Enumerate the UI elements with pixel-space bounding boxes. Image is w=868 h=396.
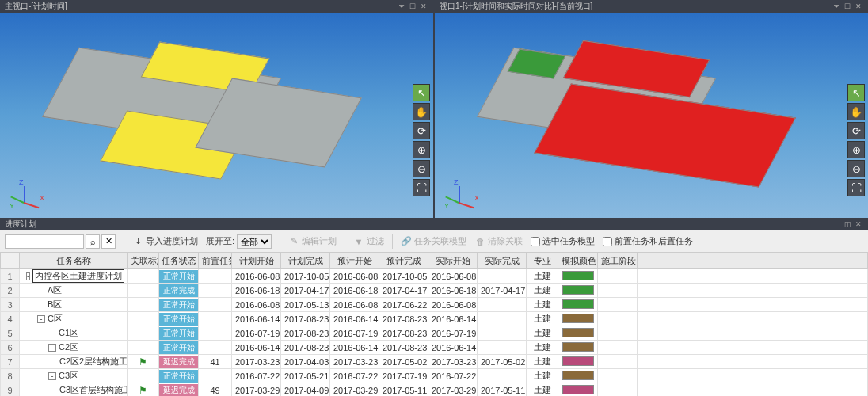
col-plan-end[interactable]: 计划完成 bbox=[281, 253, 330, 269]
maximize-icon[interactable]: ☐ bbox=[843, 2, 852, 11]
viewport-right-titlebar: 视口1-[计划时间和实际时间对比]-[当前视口] ⏷ ☐ ✕ bbox=[435, 0, 868, 13]
col-act-start[interactable]: 实际开始 bbox=[428, 253, 478, 269]
table-row[interactable]: 8-C3区正常开始2016-07-222017-05-212016-07-222… bbox=[1, 369, 868, 383]
sim-color-swatch bbox=[562, 371, 594, 380]
pan-tool[interactable]: ✋ bbox=[847, 103, 865, 120]
sim-color-swatch bbox=[562, 356, 594, 366]
table-row[interactable]: 9C3区首层结构施工⚑延迟完成492017-03-292017-04-09201… bbox=[1, 383, 868, 397]
fit-tool[interactable]: ⛶ bbox=[413, 179, 430, 196]
viewport-left-titlebar: 主视口-[计划时间] ⏷ ☐ ✕ bbox=[0, 0, 433, 13]
tree-toggle[interactable]: - bbox=[48, 344, 56, 352]
search-clear-button[interactable]: ✕ bbox=[101, 234, 116, 249]
select-model-checkbox[interactable]: 选中任务模型 bbox=[531, 235, 595, 247]
orbit-tool[interactable]: ⟳ bbox=[413, 122, 430, 139]
task-name-cell[interactable]: B区 bbox=[20, 298, 128, 312]
schedule-grid[interactable]: 任务名称 关联标志 任务状态 前置任务 计划开始 计划完成 预计开始 预计完成 … bbox=[0, 253, 868, 396]
col-color[interactable]: 模拟颜色 bbox=[558, 253, 598, 269]
col-pred-start[interactable]: 预计开始 bbox=[330, 253, 379, 269]
orbit-tool[interactable]: ⟳ bbox=[847, 122, 865, 139]
tree-toggle[interactable]: - bbox=[26, 272, 30, 280]
zoom-out-tool[interactable]: ⊖ bbox=[413, 160, 430, 177]
panel-close-icon[interactable]: ✕ bbox=[854, 219, 863, 229]
sim-color-swatch bbox=[562, 314, 594, 323]
col-name[interactable]: 任务名称 bbox=[20, 253, 128, 269]
task-name-cell[interactable]: C2区2层结构施工 bbox=[20, 355, 128, 369]
panel-pin-icon[interactable]: ◫ bbox=[843, 219, 852, 229]
viewport-right-toolbar: ↖ ✋ ⟳ ⊕ ⊖ ⛶ bbox=[847, 84, 865, 196]
viewport-left: 主视口-[计划时间] ⏷ ☐ ✕ Z X Y ↖ ✋ ⟳ bbox=[0, 0, 433, 218]
close-icon[interactable]: ✕ bbox=[419, 2, 428, 11]
tree-toggle[interactable]: - bbox=[48, 372, 56, 380]
model-building bbox=[487, 50, 799, 177]
task-name-cell[interactable]: -C3区 bbox=[20, 369, 128, 383]
col-status[interactable]: 任务状态 bbox=[159, 253, 199, 269]
search-input[interactable] bbox=[5, 234, 84, 249]
pin-icon[interactable]: ⏷ bbox=[832, 2, 841, 11]
import-schedule-button[interactable]: ↧ 导入进度计划 bbox=[132, 235, 198, 247]
panel-title: 进度计划 bbox=[5, 219, 36, 230]
pan-tool[interactable]: ✋ bbox=[413, 103, 430, 120]
viewports-container: 主视口-[计划时间] ⏷ ☐ ✕ Z X Y ↖ ✋ ⟳ bbox=[0, 0, 868, 218]
filter-icon: ▼ bbox=[353, 236, 364, 247]
zoom-out-tool[interactable]: ⊖ bbox=[847, 160, 865, 177]
sim-color-swatch bbox=[562, 299, 594, 309]
tree-toggle[interactable]: - bbox=[37, 315, 45, 323]
sim-color-swatch bbox=[562, 285, 594, 295]
panel-titlebar: 进度计划 ◫ ✕ bbox=[0, 218, 868, 230]
zoom-in-tool[interactable]: ⊕ bbox=[847, 141, 865, 158]
table-row[interactable]: 6-C2区正常开始2016-06-142017-08-232016-06-142… bbox=[1, 341, 868, 355]
schedule-panel: 进度计划 ◫ ✕ ⌕ ✕ ↧ 导入进度计划 展开至: 全部 ✎ 编辑计划 bbox=[0, 218, 868, 396]
maximize-icon[interactable]: ☐ bbox=[408, 2, 417, 11]
axis-gizmo[interactable]: Z X Y bbox=[8, 177, 43, 211]
expand-control: 展开至: 全部 bbox=[206, 234, 272, 249]
link-flag-icon: ⚑ bbox=[139, 385, 147, 396]
viewport-left-toolbar: ↖ ✋ ⟳ ⊕ ⊖ ⛶ bbox=[413, 84, 430, 196]
col-spec[interactable]: 专业 bbox=[527, 253, 558, 269]
task-name-cell[interactable]: A区 bbox=[20, 284, 128, 298]
table-row[interactable]: 7C2区2层结构施工⚑延迟完成412017-03-232017-04-03201… bbox=[1, 355, 868, 369]
fit-tool[interactable]: ⛶ bbox=[847, 179, 865, 196]
table-row[interactable]: 5C1区正常开始2016-07-192017-08-232016-07-1920… bbox=[1, 326, 868, 341]
clear-link-icon: 🗑 bbox=[474, 236, 485, 247]
task-name-cell[interactable]: -C区 bbox=[20, 312, 128, 326]
link-icon: 🔗 bbox=[401, 236, 412, 247]
zoom-in-tool[interactable]: ⊕ bbox=[413, 141, 430, 158]
task-name-cell[interactable]: -C2区 bbox=[20, 341, 128, 355]
sim-color-swatch bbox=[562, 328, 594, 337]
search-button[interactable]: ⌕ bbox=[86, 234, 100, 249]
expand-select[interactable]: 全部 bbox=[237, 234, 272, 249]
col-phase[interactable]: 施工阶段 bbox=[598, 253, 638, 269]
task-name-cell[interactable]: -内控各区土建进度计划 bbox=[20, 269, 128, 284]
predecessor-checkbox[interactable]: 前置任务和后置任务 bbox=[603, 235, 693, 247]
viewport-left-title: 主视口-[计划时间] bbox=[5, 1, 67, 12]
viewport-right-title: 视口1-[计划时间和实际时间对比]-[当前视口] bbox=[440, 1, 592, 12]
table-header-row: 任务名称 关联标志 任务状态 前置任务 计划开始 计划完成 预计开始 预计完成 … bbox=[1, 253, 868, 269]
select-tool[interactable]: ↖ bbox=[847, 84, 865, 101]
col-pred-end[interactable]: 预计完成 bbox=[379, 253, 428, 269]
filter-button: ▼ 过滤 bbox=[353, 235, 384, 247]
task-name-cell[interactable]: C3区首层结构施工 bbox=[20, 383, 128, 397]
axis-gizmo[interactable]: Z X Y bbox=[443, 177, 478, 211]
viewport-right-canvas[interactable]: Z X Y ↖ ✋ ⟳ ⊕ ⊖ ⛶ bbox=[435, 13, 868, 218]
col-pre[interactable]: 前置任务 bbox=[199, 253, 232, 269]
panel-toolbar: ⌕ ✕ ↧ 导入进度计划 展开至: 全部 ✎ 编辑计划 ▼ 过滤 🔗 任务关联模… bbox=[0, 230, 868, 253]
import-icon: ↧ bbox=[132, 236, 143, 247]
sim-color-swatch bbox=[562, 385, 594, 394]
table-row[interactable]: 4-C区正常开始2016-06-142017-08-232016-06-1420… bbox=[1, 312, 868, 326]
pin-icon[interactable]: ⏷ bbox=[397, 2, 406, 11]
sim-color-swatch bbox=[562, 342, 594, 352]
table-row[interactable]: 1-内控各区土建进度计划正常开始2016-06-082017-10-052016… bbox=[1, 269, 868, 284]
col-link[interactable]: 关联标志 bbox=[128, 253, 159, 269]
model-building bbox=[52, 50, 364, 177]
table-row[interactable]: 2A区正常完成2016-06-182017-04-172016-06-18201… bbox=[1, 284, 868, 298]
task-name-cell[interactable]: C1区 bbox=[20, 326, 128, 341]
col-plan-start[interactable]: 计划开始 bbox=[232, 253, 281, 269]
col-act-end[interactable]: 实际完成 bbox=[478, 253, 527, 269]
table-row[interactable]: 3B区正常开始2016-06-082017-05-132016-06-08201… bbox=[1, 298, 868, 312]
close-icon[interactable]: ✕ bbox=[854, 2, 863, 11]
link-flag-icon: ⚑ bbox=[139, 356, 147, 367]
select-tool[interactable]: ↖ bbox=[413, 84, 430, 101]
viewport-right: 视口1-[计划时间和实际时间对比]-[当前视口] ⏷ ☐ ✕ Z X Y ↖ ✋ bbox=[435, 0, 868, 218]
edit-icon: ✎ bbox=[288, 236, 299, 247]
viewport-left-canvas[interactable]: Z X Y ↖ ✋ ⟳ ⊕ ⊖ ⛶ bbox=[0, 13, 433, 218]
